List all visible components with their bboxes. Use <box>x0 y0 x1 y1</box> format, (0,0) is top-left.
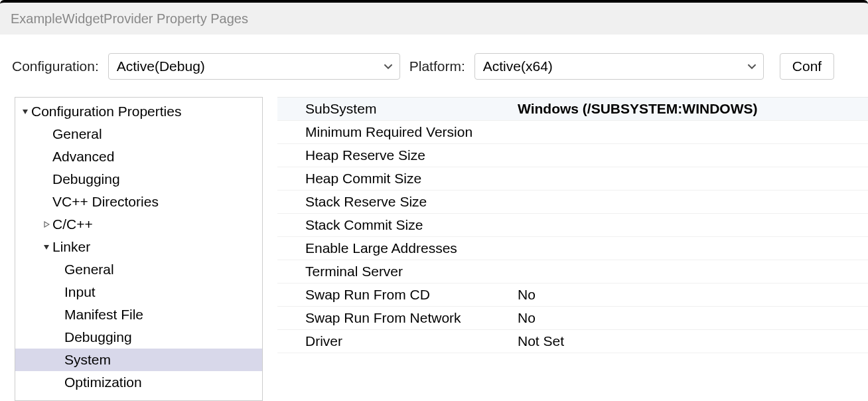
grid-row[interactable]: Driver Not Set <box>277 330 868 353</box>
platform-label: Platform: <box>409 58 465 74</box>
tree-item-cpp[interactable]: C/C++ <box>15 213 262 236</box>
tree-item-linker-general[interactable]: General <box>15 258 262 281</box>
grid-row[interactable]: Stack Reserve Size <box>277 191 868 214</box>
chevron-down-icon <box>747 59 757 74</box>
tree-item-linker-manifest[interactable]: Manifest File <box>15 303 262 326</box>
property-name: Driver <box>277 333 515 349</box>
tree-item-linker-input[interactable]: Input <box>15 281 262 303</box>
property-name: Swap Run From Network <box>277 310 515 326</box>
property-value[interactable]: No <box>515 287 868 303</box>
expand-collapse-icon[interactable] <box>40 221 52 228</box>
titlebar: ExampleWidgetProvider Property Pages <box>0 0 868 35</box>
configuration-label: Configuration: <box>12 58 99 74</box>
tree-item-linker-optimization[interactable]: Optimization <box>15 371 262 394</box>
tree-item-linker-debugging[interactable]: Debugging <box>15 326 262 349</box>
property-name: SubSystem <box>277 101 515 117</box>
tree-item-vc-directories[interactable]: VC++ Directories <box>15 191 262 213</box>
grid-row[interactable]: Terminal Server <box>277 260 868 283</box>
property-name: Minimum Required Version <box>277 124 515 140</box>
chevron-down-icon <box>384 59 393 74</box>
platform-value: Active(x64) <box>483 58 553 74</box>
configuration-value: Active(Debug) <box>117 58 205 74</box>
toolbar: Configuration: Active(Debug) Platform: A… <box>0 35 868 97</box>
tree-item-advanced[interactable]: Advanced <box>15 145 262 168</box>
property-value[interactable]: Windows (/SUBSYSTEM:WINDOWS) <box>515 101 868 117</box>
property-name: Heap Commit Size <box>277 171 515 187</box>
grid-row[interactable]: Swap Run From Network No <box>277 307 868 330</box>
property-name: Stack Reserve Size <box>277 194 515 210</box>
tree-item-debugging[interactable]: Debugging <box>15 168 262 191</box>
grid-row[interactable]: Heap Reserve Size <box>277 144 868 167</box>
property-value[interactable]: No <box>515 310 868 326</box>
category-tree[interactable]: Configuration Properties General Advance… <box>15 97 263 401</box>
tree-item-configuration-properties[interactable]: Configuration Properties <box>15 100 262 123</box>
property-name: Enable Large Addresses <box>277 240 515 256</box>
grid-row[interactable]: Swap Run From CD No <box>277 283 868 307</box>
window-title: ExampleWidgetProvider Property Pages <box>11 11 248 27</box>
grid-row[interactable]: Heap Commit Size <box>277 167 868 191</box>
expand-collapse-icon[interactable] <box>19 108 31 115</box>
tree-item-linker[interactable]: Linker <box>15 236 262 258</box>
property-name: Terminal Server <box>277 264 515 280</box>
content-area: Configuration Properties General Advance… <box>0 97 868 401</box>
grid-row[interactable]: Enable Large Addresses <box>277 237 868 260</box>
grid-row[interactable]: SubSystem Windows (/SUBSYSTEM:WINDOWS) <box>277 98 868 121</box>
property-name: Swap Run From CD <box>277 287 515 303</box>
grid-row[interactable]: Stack Commit Size <box>277 214 868 237</box>
tree-item-general[interactable]: General <box>15 123 262 145</box>
platform-dropdown[interactable]: Active(x64) <box>474 53 764 80</box>
configuration-manager-button[interactable]: Conf <box>780 53 834 80</box>
grid-row[interactable]: Minimum Required Version <box>277 121 868 144</box>
property-name: Heap Reserve Size <box>277 147 515 163</box>
configuration-dropdown[interactable]: Active(Debug) <box>108 53 400 80</box>
property-name: Stack Commit Size <box>277 217 515 233</box>
expand-collapse-icon[interactable] <box>40 244 52 250</box>
property-value[interactable]: Not Set <box>515 333 868 349</box>
tree-item-linker-system[interactable]: System <box>15 349 262 371</box>
property-grid: SubSystem Windows (/SUBSYSTEM:WINDOWS) M… <box>277 97 868 401</box>
